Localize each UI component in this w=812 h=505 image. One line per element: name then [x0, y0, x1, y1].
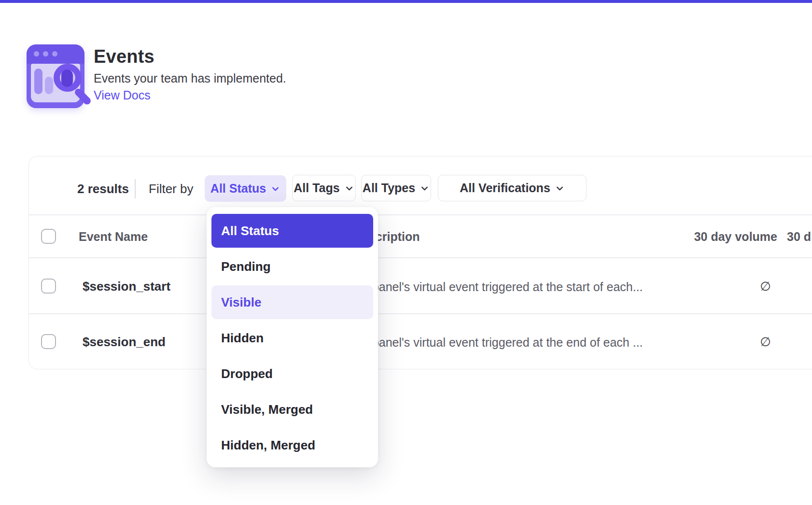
table-row-divider: [29, 313, 812, 314]
chevron-down-icon: [420, 183, 430, 194]
dropdown-option-visible-merged[interactable]: Visible, Merged: [211, 393, 373, 426]
filter-all-tags-label: All Tags: [294, 181, 339, 195]
icon-browser-body: [31, 64, 80, 102]
column-header-30-day-volume[interactable]: 30 day volume: [666, 230, 777, 244]
chevron-down-icon: [270, 184, 280, 194]
event-name-cell[interactable]: $session_start: [83, 279, 170, 294]
chevron-down-icon: [344, 183, 354, 194]
dropdown-option-pending[interactable]: Pending: [211, 250, 373, 283]
status-dropdown-menu: All Status Pending Visible Hidden Droppe…: [207, 207, 378, 467]
column-header-event-name[interactable]: Event Name: [79, 230, 148, 244]
dropdown-option-hidden[interactable]: Hidden: [211, 321, 373, 355]
events-page: Events Events your team has implemented.…: [0, 0, 812, 505]
column-header-30-day-clipped[interactable]: 30 d: [787, 230, 812, 244]
filter-all-status-label: All Status: [210, 182, 266, 196]
filter-all-verifications[interactable]: All Verifications: [438, 175, 587, 201]
chevron-down-icon: [555, 183, 565, 194]
magnifier-handle-icon: [73, 87, 92, 106]
page-subtitle: Events your team has implemented.: [94, 71, 286, 85]
event-volume-cell: ∅: [666, 335, 771, 350]
icon-dot: [52, 51, 57, 56]
icon-chart-bar: [34, 69, 42, 94]
filter-by-label: Filter by: [149, 182, 193, 196]
filter-all-verifications-label: All Verifications: [460, 181, 550, 195]
dropdown-option-all-status[interactable]: All Status: [211, 214, 373, 248]
dropdown-option-dropped[interactable]: Dropped: [211, 357, 373, 391]
filter-all-types-label: All Types: [363, 181, 415, 195]
icon-dot: [34, 51, 39, 56]
table-header-top-border: [29, 214, 812, 215]
dropdown-option-visible[interactable]: Visible: [211, 285, 373, 319]
event-name-cell[interactable]: $session_end: [83, 335, 166, 350]
filter-all-tags[interactable]: All Tags: [292, 175, 356, 201]
table-row-divider: [29, 257, 812, 258]
filter-all-status[interactable]: All Status: [205, 175, 286, 202]
row-checkbox[interactable]: [41, 334, 56, 349]
icon-chart-bar: [45, 77, 53, 94]
page-title: Events: [94, 46, 154, 67]
select-all-checkbox[interactable]: [41, 229, 56, 244]
dropdown-option-hidden-merged[interactable]: Hidden, Merged: [211, 428, 373, 462]
view-docs-link[interactable]: View Docs: [94, 88, 151, 102]
row-checkbox[interactable]: [41, 279, 56, 294]
magnifier-core: [61, 70, 73, 87]
toolbar-divider: [135, 179, 136, 198]
filter-all-types[interactable]: All Types: [361, 175, 431, 201]
top-accent-bar: [0, 0, 812, 3]
event-description-cell: Mixpanel's virtual event triggered at th…: [353, 336, 643, 350]
events-app-icon: [27, 44, 84, 108]
icon-dot: [43, 51, 48, 56]
event-volume-cell: ∅: [666, 279, 771, 294]
results-count: 2 results: [77, 182, 129, 196]
event-description-cell: Mixpanel's virtual event triggered at th…: [353, 280, 643, 294]
